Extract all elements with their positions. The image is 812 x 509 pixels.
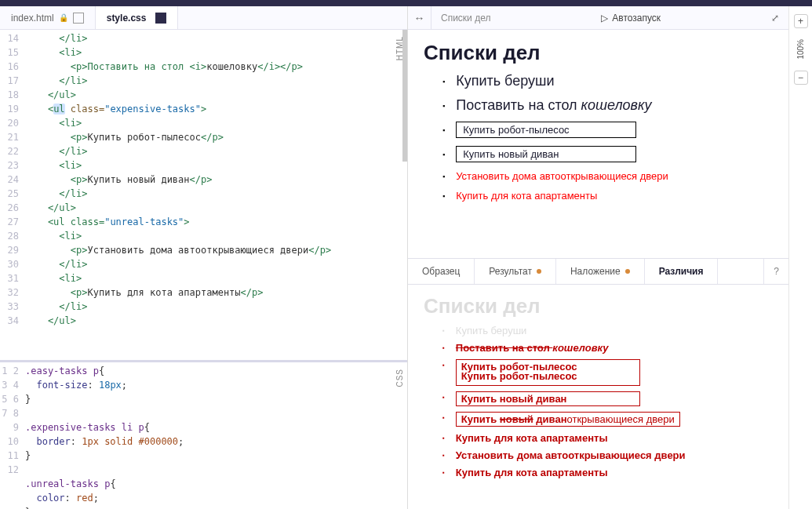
diff-title: Списки дел — [424, 294, 773, 318]
list-item: Поставить на стол кошеловку — [442, 342, 773, 354]
help-icon[interactable]: ? — [763, 259, 788, 284]
list-item: Установить дома автооткрывающиеся двери — [442, 170, 773, 182]
css-editor[interactable]: CSS 1 2 3 4 5 6 7 8 9 10 11 12 .easy-tas… — [0, 360, 407, 509]
list-item: Купить для кота апартаменты — [442, 432, 773, 444]
preview-title: Списки дел — [441, 13, 490, 24]
lock-icon: 🔒 — [59, 13, 68, 22]
tab-diff[interactable]: Различия — [645, 259, 719, 284]
tab-label: style.css — [107, 13, 147, 24]
list-item: Купить новый диваноткрывающиеся двери — [442, 412, 773, 427]
top-bar — [0, 0, 812, 6]
list-item: Купить новый диван — [442, 391, 773, 406]
zoom-out-icon[interactable]: − — [794, 71, 808, 85]
diff-output: Списки дел Купить беруши Поставить на ст… — [408, 285, 788, 510]
panel-toggle-icon — [73, 13, 84, 24]
tab-index-html[interactable]: index.html 🔒 — [0, 6, 96, 29]
list-item: Купить новый диван — [442, 146, 773, 162]
list-item: Поставить на стол кошеловку — [442, 97, 773, 114]
resize-handle-icon[interactable]: ↔ — [408, 6, 431, 29]
tab-overlay[interactable]: Наложение — [556, 259, 645, 284]
css-code[interactable]: .easy-tasks p{ font-size: 18px; } .expen… — [25, 364, 184, 509]
tab-style-css[interactable]: style.css — [96, 6, 179, 29]
list-item: Купить для кота апартаменты — [442, 467, 773, 478]
list-item: Купить робот-пылесос — [442, 122, 773, 138]
panel-toggle-icon — [155, 13, 166, 24]
tab-result[interactable]: Результат — [475, 259, 556, 284]
expand-icon[interactable]: ⤢ — [771, 13, 779, 24]
file-tabs: index.html 🔒 style.css — [0, 6, 407, 30]
change-dot-icon — [537, 269, 541, 274]
list-item: Купить робот-пылесосКупить робот-пылесос — [442, 359, 773, 386]
zoom-in-icon[interactable]: + — [794, 14, 808, 28]
play-icon: ▷ — [601, 13, 608, 24]
tab-label: index.html — [11, 13, 54, 24]
css-label: CSS — [395, 369, 404, 387]
css-gutter: 1 2 3 4 5 6 7 8 9 10 11 12 — [0, 364, 25, 509]
page-title: Списки дел — [424, 41, 773, 65]
html-gutter: 14 15 16 17 18 19 20 21 22 23 24 25 26 2… — [0, 31, 25, 328]
autorun-button[interactable]: ▷ Автозапуск — [601, 13, 661, 24]
list-item: Установить дома автооткрывающиеся двери — [442, 449, 773, 461]
preview-output: Списки дел Купить беруши Поставить на ст… — [408, 30, 788, 258]
html-editor[interactable]: HTML 14 15 16 17 18 19 20 21 22 23 24 25… — [0, 30, 407, 360]
preview-header: ↔ Списки дел ▷ Автозапуск ⤢ — [408, 6, 788, 30]
zoom-sidebar: + 100% − — [788, 6, 812, 509]
list-item: Купить для кота апартаменты — [442, 190, 773, 202]
result-tabs: Образец Результат Наложение Различия ? — [408, 258, 788, 285]
html-code[interactable]: </li> <li> <p>Поставить на стол <i>кошел… — [25, 31, 331, 328]
zoom-level: 100% — [796, 39, 805, 60]
list-item: Купить беруши — [442, 73, 773, 89]
list-item: Купить беруши — [442, 325, 773, 336]
scrollbar[interactable] — [402, 30, 407, 360]
tab-sample[interactable]: Образец — [408, 259, 475, 284]
change-dot-icon — [625, 269, 630, 274]
